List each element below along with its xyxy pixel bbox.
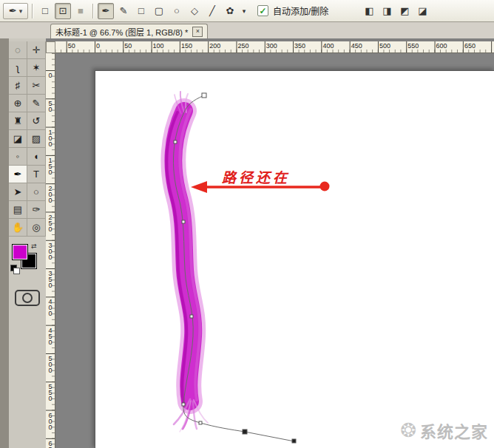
crop-tool[interactable]: ♯: [9, 77, 27, 95]
lasso-tool[interactable]: ʅ: [9, 59, 27, 77]
shape-tool[interactable]: ○: [27, 183, 46, 201]
clone-stamp-tool[interactable]: ♜: [9, 112, 27, 130]
document-title: 未标题-1 @ 66.7% (图层 1, RGB/8) *: [55, 26, 188, 38]
h-ruler-label: 0: [95, 42, 100, 50]
auto-add-delete-label: 自动添加/删除: [273, 4, 328, 17]
drawing-mode-group: □⊡■: [37, 3, 89, 19]
line-tool-button[interactable]: ╱: [204, 3, 220, 19]
subtract-path-area-button[interactable]: ◨: [379, 3, 395, 19]
ruler-corner: [46, 41, 55, 53]
v-ruler-label: 200: [47, 183, 54, 203]
blur-tool[interactable]: ◦: [9, 148, 27, 166]
h-ruler-label: 200: [208, 42, 220, 50]
chevron-down-icon: ▾: [19, 7, 23, 15]
watermark: ❂ 系统之家: [400, 418, 488, 442]
v-ruler-label: 500: [47, 353, 54, 373]
pen-tool[interactable]: ✒: [9, 166, 27, 183]
v-ruler-label: 400: [47, 296, 54, 316]
h-ruler-label: 150: [180, 42, 192, 50]
fill-pixels-mode-button[interactable]: ■: [72, 3, 89, 19]
path-selection-tool[interactable]: ➤: [9, 183, 27, 201]
h-ruler-label: 50: [67, 42, 75, 50]
eyedropper-tool[interactable]: ✑: [27, 201, 46, 219]
notes-tool[interactable]: ▤: [9, 201, 27, 219]
tool-preset-picker[interactable]: ✒ ▾: [3, 3, 28, 19]
zoom-tool[interactable]: ◎: [27, 219, 46, 237]
rounded-rectangle-tool-button[interactable]: ▢: [151, 3, 167, 19]
default-colors-icon[interactable]: [10, 265, 19, 274]
add-path-area-button[interactable]: ◧: [361, 3, 377, 19]
shape-layers-mode-button[interactable]: □: [37, 3, 53, 19]
v-ruler-label: 350: [47, 268, 54, 288]
h-ruler-label: 550: [406, 42, 419, 50]
toolbox-panel: ◌✛ʅ✶♯✂⊕✎♜↺◪▨◦◖✒T➤○▤✑✋◎ ⇄: [9, 38, 46, 448]
v-ruler-label: 600: [47, 410, 54, 430]
pen-tools-group: ✒✎: [98, 3, 132, 19]
h-ruler-label: 300: [265, 42, 277, 50]
h-ruler-label: 650: [463, 42, 476, 50]
check-icon: ✓: [259, 7, 266, 16]
rectangle-tool-button[interactable]: □: [133, 3, 149, 19]
h-ruler-label: 600: [435, 42, 447, 50]
pen-tool-button[interactable]: ✒: [98, 3, 114, 19]
hand-tool[interactable]: ✋: [9, 219, 27, 237]
close-icon[interactable]: ×: [192, 27, 203, 37]
custom-shape-tool-button[interactable]: ✿: [222, 3, 238, 19]
ellipse-tool-button[interactable]: ○: [169, 3, 185, 19]
xitongzhijia-logo-icon: ❂: [400, 421, 416, 440]
swap-colors-icon[interactable]: ⇄: [31, 242, 37, 250]
h-ruler-label: 250: [237, 42, 249, 50]
path-area-group: ◧◨◩◪: [361, 3, 430, 19]
separator: [92, 4, 94, 18]
freeform-pen-tool-button[interactable]: ✎: [115, 3, 132, 19]
h-ruler-label: 450: [350, 42, 362, 50]
foreground-color-swatch[interactable]: [12, 244, 28, 260]
exclude-path-area-button[interactable]: ◪: [414, 3, 430, 19]
elliptical-marquee-tool[interactable]: ◌: [9, 41, 27, 59]
shape-tools-group: □▢○◇╱✿: [133, 3, 238, 19]
h-ruler-label: 500: [378, 42, 390, 50]
pen-icon: ✒: [9, 5, 17, 16]
h-ruler-label: 400: [321, 42, 334, 50]
dock-strip: ◀◀: [0, 22, 9, 448]
v-ruler-label: 50: [47, 98, 54, 112]
intersect-path-area-button[interactable]: ◩: [396, 3, 413, 19]
auto-add-delete-checkbox[interactable]: ✓: [257, 5, 268, 16]
v-ruler-label: 100: [47, 127, 54, 146]
move-tool[interactable]: ✛: [27, 41, 46, 59]
eraser-tool[interactable]: ◪: [9, 130, 27, 148]
polygon-tool-button[interactable]: ◇: [186, 3, 203, 19]
options-bar: ✒ ▾ □⊡■ ✒✎ □▢○◇╱✿ ▾ ✓ 自动添加/删除 ◧◨◩◪: [0, 0, 494, 22]
tab-bar: 未标题-1 @ 66.7% (图层 1, RGB/8) * ×: [0, 22, 494, 38]
gradient-tool[interactable]: ▨: [27, 130, 46, 148]
v-ruler-label: 150: [47, 155, 54, 174]
canvas-viewport: [55, 53, 494, 448]
healing-brush-tool[interactable]: ⊕: [9, 95, 27, 112]
v-ruler-label: 450: [47, 325, 54, 345]
history-brush-tool[interactable]: ↺: [27, 112, 46, 130]
separator: [32, 4, 33, 18]
horizontal-ruler[interactable]: 5005010015020025030035040045050055060065…: [55, 41, 494, 53]
color-swatches: ⇄: [10, 242, 46, 278]
brush-tool[interactable]: ✎: [27, 95, 46, 112]
type-tool[interactable]: T: [27, 166, 46, 183]
v-ruler-label: 650: [47, 438, 54, 448]
h-ruler-label: 50: [123, 42, 132, 50]
document-page[interactable]: [95, 70, 494, 448]
toolbox-grid: ◌✛ʅ✶♯✂⊕✎♜↺◪▨◦◖✒T➤○▤✑✋◎: [9, 41, 46, 237]
v-ruler-label: 250: [47, 212, 54, 231]
watermark-text: 系统之家: [420, 418, 488, 442]
magic-wand-tool[interactable]: ✶: [27, 59, 46, 77]
dodge-tool[interactable]: ◖: [27, 148, 46, 166]
h-ruler-label: 350: [293, 42, 305, 50]
h-ruler-label: 100: [152, 42, 164, 50]
slice-tool[interactable]: ✂: [27, 77, 46, 95]
v-ruler-label: 550: [47, 381, 54, 401]
shape-options-caret[interactable]: ▾: [240, 3, 248, 19]
quick-mask-circle-icon: [22, 293, 33, 303]
v-ruler-label: 300: [47, 240, 54, 259]
paths-mode-button[interactable]: ⊡: [55, 3, 71, 19]
document-tab[interactable]: 未标题-1 @ 66.7% (图层 1, RGB/8) * ×: [50, 24, 208, 38]
vertical-ruler[interactable]: 050100150200250300350400450500550600650: [46, 53, 55, 448]
quick-mask-mode-button[interactable]: [15, 290, 40, 306]
